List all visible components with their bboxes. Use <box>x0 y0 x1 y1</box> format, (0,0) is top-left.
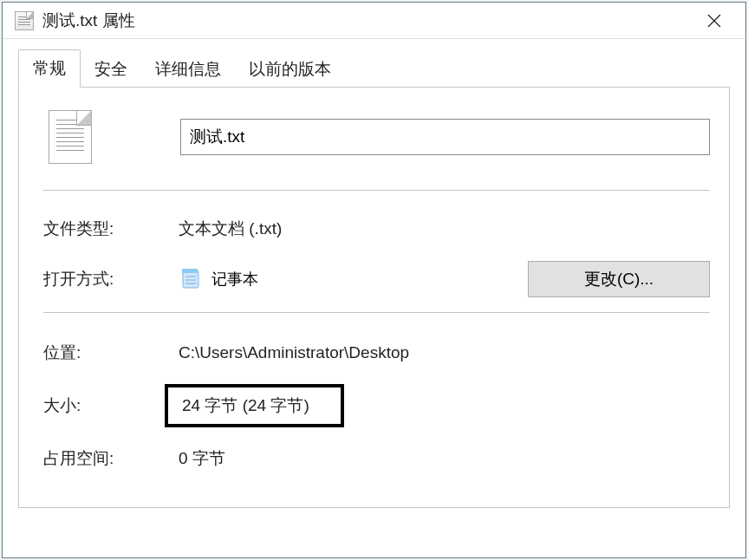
properties-dialog: 测试.txt 属性 常规 安全 详细信息 以前的版本 文件类型: 文本文档 (.… <box>2 2 746 558</box>
value-size-on-disk: 0 字节 <box>179 447 710 470</box>
row-size: 大小: 24 字节 (24 字节) <box>43 384 710 427</box>
notepad-icon <box>179 267 203 291</box>
file-icon <box>15 11 34 30</box>
label-size: 大小: <box>43 394 179 417</box>
value-size-wrapper: 24 字节 (24 字节) <box>179 384 710 427</box>
row-opens-with: 打开方式: 记事本 更改(C)... <box>43 260 710 298</box>
tab-details[interactable]: 详细信息 <box>141 51 235 88</box>
divider <box>43 190 710 191</box>
change-button[interactable]: 更改(C)... <box>528 261 710 297</box>
tab-bar: 常规 安全 详细信息 以前的版本 <box>18 49 730 87</box>
tab-security[interactable]: 安全 <box>81 51 141 88</box>
label-location: 位置: <box>43 342 179 364</box>
value-size: 24 字节 (24 字节) <box>182 396 309 414</box>
opens-with-value: 记事本 <box>179 267 528 291</box>
document-icon <box>49 110 92 164</box>
opens-with-app: 记事本 <box>211 269 258 290</box>
tab-general[interactable]: 常规 <box>18 49 81 88</box>
content-area: 常规 安全 详细信息 以前的版本 文件类型: 文本文档 (.txt) 打开方式: <box>3 39 745 557</box>
value-filetype: 文本文档 (.txt) <box>179 218 710 240</box>
svg-rect-3 <box>182 269 198 273</box>
value-location: C:\Users\Administrator\Desktop <box>179 343 710 362</box>
label-size-on-disk: 占用空间: <box>43 447 179 470</box>
file-header <box>43 110 710 164</box>
label-opens-with: 打开方式: <box>43 268 179 290</box>
tab-panel-general: 文件类型: 文本文档 (.txt) 打开方式: 记事本 <box>18 87 730 508</box>
size-highlight: 24 字节 (24 字节) <box>165 384 344 427</box>
window-title: 测试.txt 属性 <box>42 10 690 32</box>
row-size-on-disk: 占用空间: 0 字节 <box>43 440 710 478</box>
filename-input[interactable] <box>180 119 710 155</box>
row-location: 位置: C:\Users\Administrator\Desktop <box>43 334 710 372</box>
divider <box>43 312 710 313</box>
row-filetype: 文件类型: 文本文档 (.txt) <box>43 210 710 248</box>
label-filetype: 文件类型: <box>43 218 179 240</box>
tab-previous-versions[interactable]: 以前的版本 <box>235 51 345 88</box>
close-icon <box>707 14 721 28</box>
titlebar: 测试.txt 属性 <box>3 3 745 39</box>
close-button[interactable] <box>690 3 738 38</box>
